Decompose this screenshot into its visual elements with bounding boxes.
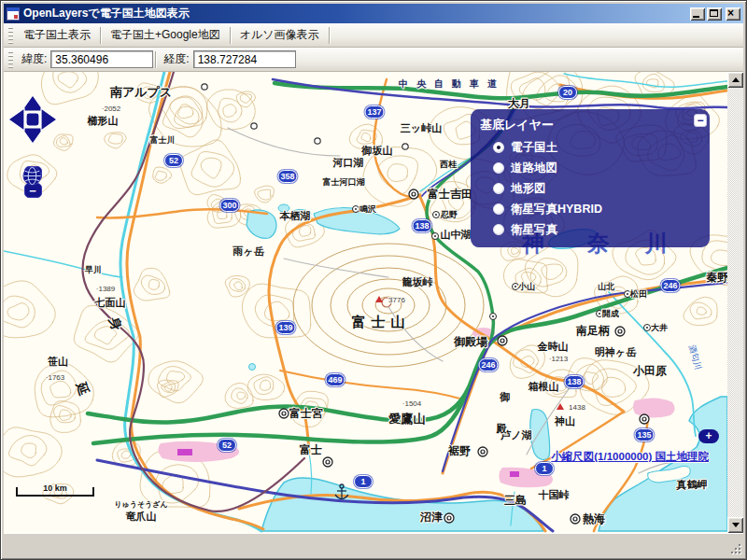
radio-icon[interactable] [493,203,504,215]
toolbar-grip[interactable] [8,51,13,68]
latitude-input[interactable] [50,50,153,68]
toolbar-separator [230,27,231,44]
arrow-up-icon [732,77,740,82]
minimize-button[interactable] [690,7,705,21]
scroll-up-button[interactable] [727,72,743,88]
maximize-icon [710,9,718,17]
layer-option-5[interactable]: 衛星写真 [493,222,700,237]
scrollbar-track[interactable] [727,88,743,517]
layer-switcher-title: 基底レイヤー [480,117,700,133]
app-window: OpenLayersで電子国土地図表示 × 電子国土表示電子国土+Google地… [0,0,747,560]
vertical-scrollbar[interactable] [727,72,743,533]
map-container: 南アルプス·2052櫛形山富士川中央自動車道大月三ッ峠山御坂山河口湖富士河口湖西… [4,72,743,533]
radio-icon[interactable] [493,183,504,194]
toolbar-grip[interactable] [8,27,13,44]
radio-icon[interactable] [493,142,504,153]
radio-icon[interactable] [493,162,504,174]
resize-grip[interactable] [729,542,740,553]
pan-control [6,92,60,147]
longitude-label: 経度: [163,51,189,67]
toolbar-button-1[interactable]: 電子国土表示 [16,24,98,46]
close-button[interactable]: × [726,7,740,21]
layer-option-label: 衛星写真 [511,222,557,238]
app-icon [7,7,20,21]
maximize-button[interactable] [707,7,722,21]
layer-option-label: 道路地図 [511,161,557,176]
layer-option-1[interactable]: 電子国土 [493,140,700,155]
pan-center[interactable] [26,113,39,126]
toolbar-main: 電子国土表示電子国土+Google地図オルソ画像表示 [4,23,743,48]
longitude-input[interactable] [193,50,296,68]
attribution-maximize-button[interactable]: + [698,429,719,443]
arrow-down-icon [732,523,740,527]
toolbar-coordinates: 緯度: 経度: [4,48,743,72]
toolbar-button-3[interactable]: オルソ画像表示 [233,24,327,46]
layer-option-3[interactable]: 地形図 [493,181,700,196]
map-viewport[interactable]: 南アルプス·2052櫛形山富士川中央自動車道大月三ッ峠山御坂山河口湖富士河口湖西… [4,72,727,533]
scroll-down-button[interactable] [727,517,743,533]
status-bar [4,533,743,556]
layer-option-2[interactable]: 道路地図 [493,161,700,175]
toolbar-button-2[interactable]: 電子国土+Google地図 [103,24,228,46]
layer-option-label: 衛星写真HYBRID [511,202,602,217]
close-icon: × [727,7,734,20]
toolbar-separator [155,51,156,68]
title-bar[interactable]: OpenLayersで電子国土地図表示 × [4,4,743,23]
minimize-icon [693,16,699,18]
layer-option-label: 地形図 [511,181,546,197]
toolbar-separator [100,27,101,44]
zoom-control: + − [22,165,43,199]
zoom-world-button[interactable] [22,166,42,186]
latitude-label: 緯度: [21,51,47,67]
radio-icon[interactable] [493,224,504,235]
pan-right-icon[interactable] [41,108,57,131]
layer-option-label: 電子国土 [511,140,557,156]
window-title: OpenLayersで電子国土地図表示 [23,6,688,21]
layer-option-4[interactable]: 衛星写真HYBRID [493,202,700,217]
layer-switcher: 基底レイヤー 電子国土道路地図地形図衛星写真HYBRID衛星写真 − [471,109,710,247]
scale-bar: 10 km [16,487,94,497]
toolbar-separator [329,27,330,44]
scale-bar-label: 10 km [18,483,92,493]
layer-switcher-minimize-button[interactable]: − [694,114,707,127]
attribution-link[interactable]: 小縮尺図(1/1000000) 国土地理院 [551,450,709,464]
pan-left-icon[interactable] [8,108,24,131]
